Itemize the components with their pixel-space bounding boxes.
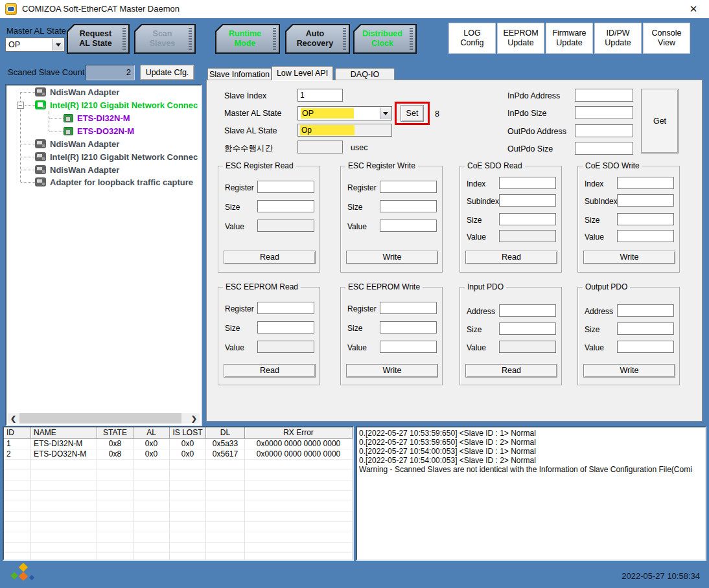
set-button[interactable]: Set xyxy=(401,105,424,122)
write-button[interactable]: Write xyxy=(346,251,438,264)
field-label: Size xyxy=(585,325,599,334)
register-input[interactable] xyxy=(257,181,314,193)
tab-slave-information[interactable]: Slave Infomation xyxy=(207,68,272,80)
combo-dropdown-button[interactable] xyxy=(380,107,391,119)
tree-item-intel-i210-2[interactable]: Intel(R) I210 Gigabit Network Connec xyxy=(35,150,198,163)
tree-connector-line xyxy=(49,131,64,131)
size-input[interactable] xyxy=(257,321,314,334)
size-input[interactable] xyxy=(617,322,674,335)
size-input[interactable] xyxy=(499,213,556,225)
value-input[interactable] xyxy=(380,220,437,232)
column-header[interactable]: STATE xyxy=(97,427,134,439)
slave-index-input[interactable] xyxy=(297,89,343,102)
event-log[interactable]: 0.[2022-05-27 10:53:59:650] <Slave ID : … xyxy=(356,426,706,561)
network-adapter-icon xyxy=(35,177,46,187)
field-label: Value xyxy=(467,343,486,352)
read-button[interactable]: Read xyxy=(224,251,316,264)
address-input[interactable] xyxy=(499,304,556,317)
field-label: Size xyxy=(467,216,482,225)
column-header[interactable]: AL xyxy=(134,427,170,439)
group-title: ESC Register Write xyxy=(345,161,418,170)
combo-dropdown-button[interactable] xyxy=(52,39,64,51)
tree-item-ndiswan-3[interactable]: NdisWan Adapter xyxy=(35,163,119,176)
write-button[interactable]: Write xyxy=(583,251,675,264)
cell-state: 0x8 xyxy=(97,449,134,460)
usec-unit-label: usec xyxy=(351,143,367,152)
size-input[interactable] xyxy=(380,200,437,212)
value-input[interactable] xyxy=(617,341,674,353)
master-al-state-combobox[interactable]: OP xyxy=(5,38,65,52)
subindex-input[interactable] xyxy=(617,194,674,207)
idpw-update-button[interactable]: ID/PW Update xyxy=(594,23,642,54)
close-icon[interactable]: ✕ xyxy=(686,2,701,16)
field-label: Size xyxy=(225,324,240,333)
size-input[interactable] xyxy=(617,213,674,225)
column-header[interactable]: DL xyxy=(206,427,245,439)
tree-item-loopback[interactable]: Adapter for loopback traffic capture xyxy=(35,175,193,188)
scroll-left-icon[interactable]: ❮ xyxy=(10,414,16,423)
log-config-button[interactable]: LOG Config xyxy=(448,23,496,54)
slave-al-state-label: Slave AL State xyxy=(224,126,277,135)
tree-item-ndiswan-1[interactable]: NdisWan Adapter xyxy=(35,85,119,98)
firmware-update-button[interactable]: Firmware Update xyxy=(546,23,593,54)
field-label: Value xyxy=(585,232,604,242)
register-input[interactable] xyxy=(380,302,437,314)
write-button[interactable]: Write xyxy=(583,364,675,378)
scroll-right-icon[interactable]: ❯ xyxy=(191,414,197,423)
column-header[interactable]: IS LOST xyxy=(170,427,206,439)
index-input[interactable] xyxy=(499,177,556,189)
table-row[interactable]: 2 ETS-DO32N-M 0x8 0x0 0x0 0x5617 0x0000 … xyxy=(4,449,353,460)
size-input[interactable] xyxy=(499,322,556,335)
size-input[interactable] xyxy=(257,200,314,212)
distributed-clock-button[interactable]: Distribued Clock xyxy=(353,24,417,54)
eeprom-update-button[interactable]: EEPROM Update xyxy=(497,23,544,54)
table-row[interactable]: 1 ETS-DI32N-M 0x8 0x0 0x0 0x5a33 0x0000 … xyxy=(4,439,353,449)
field-label: Size xyxy=(347,203,362,212)
request-al-state-button[interactable]: Request AL State xyxy=(67,24,130,54)
tree-item-ets-di32n[interactable]: ETS-DI32N-M xyxy=(64,111,130,124)
scrollbar-thumb[interactable] xyxy=(19,413,181,424)
tree-horizontal-scrollbar[interactable]: ❮ ❯ xyxy=(8,413,200,424)
field-label: Address xyxy=(585,307,613,316)
field-label: Value xyxy=(467,232,486,242)
register-input[interactable] xyxy=(257,302,314,314)
tab-low-level-api[interactable]: Low Level API xyxy=(272,66,333,80)
runtime-mode-button[interactable]: Runtime Mode xyxy=(215,24,280,54)
outpdo-address-input[interactable] xyxy=(575,124,633,137)
write-button[interactable]: Write xyxy=(346,364,438,378)
cell-rxerror: 0x0000 0000 0000 0000 xyxy=(245,449,353,460)
column-header[interactable]: RX Error xyxy=(245,427,353,439)
tree-item-ndiswan-2[interactable]: NdisWan Adapter xyxy=(35,137,119,150)
group-title: Output PDO xyxy=(583,282,630,291)
inpdo-size-label: InPdo Size xyxy=(507,109,546,118)
column-header[interactable]: NAME xyxy=(31,427,97,439)
register-input[interactable] xyxy=(380,181,437,193)
value-input[interactable] xyxy=(380,341,437,353)
tab-daq-io[interactable]: DAQ-IO xyxy=(335,68,395,80)
read-button[interactable]: Read xyxy=(465,251,557,264)
subindex-input[interactable] xyxy=(499,194,556,207)
table-empty-row xyxy=(4,553,353,561)
address-input[interactable] xyxy=(617,304,674,317)
value-field xyxy=(257,341,314,353)
tree-item-ets-do32n[interactable]: ETS-DO32N-M xyxy=(64,124,134,137)
field-label: Value xyxy=(225,343,244,352)
read-button[interactable]: Read xyxy=(465,364,557,378)
auto-recovery-button[interactable]: Auto Recovery xyxy=(285,24,350,54)
value-input[interactable] xyxy=(617,230,674,242)
cell-al: 0x0 xyxy=(134,439,170,449)
console-view-button[interactable]: Console View xyxy=(643,23,690,54)
size-input[interactable] xyxy=(380,321,437,334)
index-input[interactable] xyxy=(617,177,674,189)
update-cfg-button[interactable]: Update Cfg. xyxy=(140,65,194,80)
tree-collapse-toggle[interactable]: − xyxy=(17,102,24,109)
column-header[interactable]: ID xyxy=(4,427,31,439)
master-al-state-select[interactable]: OP xyxy=(297,106,392,120)
get-button[interactable]: Get xyxy=(641,89,679,153)
inpdo-address-input[interactable] xyxy=(575,89,633,102)
outpdo-size-input[interactable] xyxy=(575,142,633,155)
scan-slaves-button[interactable]: Scan Slaves xyxy=(134,24,196,54)
inpdo-size-input[interactable] xyxy=(575,106,633,119)
tree-item-intel-i210-active[interactable]: Intel(R) I210 Gigabit Network Connec xyxy=(35,98,198,111)
read-button[interactable]: Read xyxy=(224,364,316,378)
